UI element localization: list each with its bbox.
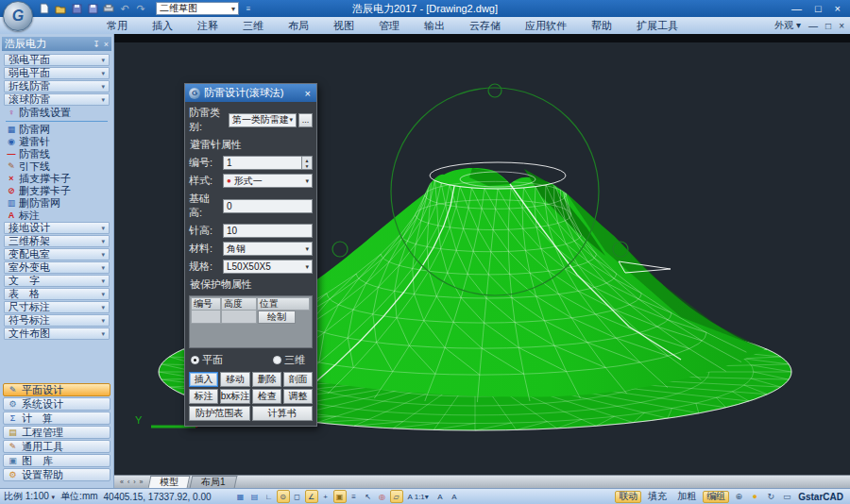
more-options-button[interactable]: ...: [298, 113, 313, 127]
category-select[interactable]: 第一类防雷建▾: [229, 113, 297, 127]
menu-apps[interactable]: 应用软件: [513, 17, 579, 34]
workspace-select[interactable]: 二维草图 ▾: [156, 2, 239, 15]
app-logo[interactable]: G: [3, 1, 33, 31]
polar-toggle[interactable]: ⊙: [277, 490, 290, 503]
group-toggle[interactable]: 编组: [703, 491, 729, 503]
menu-help[interactable]: 帮助: [579, 17, 624, 34]
delete-button[interactable]: 删除: [252, 372, 281, 387]
tool-delete-clamp[interactable]: ⊘删支撑卡子: [4, 185, 110, 197]
new-file-icon[interactable]: [38, 3, 51, 15]
table-cell[interactable]: [221, 311, 257, 324]
draw-button[interactable]: 绘制: [258, 311, 296, 324]
last-tab-icon[interactable]: »: [140, 479, 144, 485]
sidebar-group-polyline-lightning[interactable]: 折线防雷▾: [4, 80, 110, 92]
fill-toggle[interactable]: 填充: [644, 491, 671, 503]
nav-project-manage[interactable]: ▤工程管理: [3, 426, 110, 439]
grid-toggle[interactable]: ▤: [248, 490, 262, 503]
lineweight-toggle[interactable]: ≡: [348, 490, 361, 503]
paper-model-toggle[interactable]: ▱: [390, 490, 403, 503]
dialog-titlebar[interactable]: G 防雷设计(滚球法) ×: [185, 84, 316, 102]
prev-tab-icon[interactable]: ‹: [128, 479, 129, 485]
tool-insert-clamp[interactable]: ×插支撑卡子: [4, 173, 110, 185]
nav-settings-help[interactable]: ⚙设置帮助: [3, 468, 110, 481]
sidebar-group-strong-power[interactable]: 强电平面▾: [4, 54, 110, 66]
save-all-icon[interactable]: [86, 3, 99, 15]
needle-height-input[interactable]: 10: [223, 224, 313, 238]
protection-range-table-button[interactable]: 防护范围表: [189, 406, 250, 421]
drawing-canvas[interactable]: YX G 防雷设计(滚球法) × 防雷类别: 第一类防雷建▾ ... 避雷针属性: [114, 34, 850, 488]
tool-annotate[interactable]: A标注: [4, 210, 110, 222]
redo-icon[interactable]: ↷: [134, 3, 147, 15]
calculation-book-button[interactable]: 计算书: [252, 406, 314, 421]
doc-close-button[interactable]: ×: [839, 21, 844, 31]
next-tab-icon[interactable]: ›: [133, 479, 135, 485]
first-tab-icon[interactable]: «: [120, 479, 124, 485]
sidebar-group-symbol-annotation[interactable]: 符号标注▾: [4, 314, 110, 327]
qat-menu-icon[interactable]: ≡: [242, 3, 255, 15]
maximize-button[interactable]: □: [815, 3, 822, 14]
tool-down-lead[interactable]: ✎引下线: [4, 160, 110, 173]
sidebar-group-file-layout[interactable]: 文件布图▾: [4, 328, 110, 340]
undo-icon[interactable]: ↶: [118, 3, 131, 15]
spinner-down-icon[interactable]: ▼: [305, 163, 310, 169]
otrack-toggle[interactable]: ∠: [305, 490, 318, 503]
sidebar-group-outdoor-substation[interactable]: 室外变电▾: [4, 261, 110, 274]
material-select[interactable]: 角钢▾: [223, 242, 313, 256]
annotate-button[interactable]: 标注: [189, 389, 218, 404]
plot-icon[interactable]: [102, 3, 115, 15]
nav-library[interactable]: ▣图 库: [3, 454, 110, 467]
doc-restore-button[interactable]: □: [825, 21, 831, 31]
tab-model[interactable]: 模型: [147, 476, 190, 488]
magnifier-toggle[interactable]: ◎: [376, 490, 389, 503]
sidebar-group-dim-annotation[interactable]: 尺寸标注▾: [4, 301, 110, 313]
bold-toggle[interactable]: 加粗: [673, 491, 700, 503]
sync-icon[interactable]: ↻: [764, 491, 777, 503]
menu-express[interactable]: 扩展工具: [624, 17, 690, 34]
tool-lightning-net[interactable]: ▦防雷网: [4, 124, 110, 136]
spec-select[interactable]: L50X50X5▾: [223, 260, 313, 274]
sidebar-group-grounding[interactable]: 接地设计▾: [4, 222, 110, 234]
selection-cursor-toggle[interactable]: ↖: [362, 490, 375, 503]
base-height-input[interactable]: 0: [223, 199, 313, 213]
table-cell[interactable]: [191, 311, 221, 324]
scale-dropdown[interactable]: 比例 1:100 ▾: [4, 490, 55, 503]
menu-home[interactable]: 常用: [94, 17, 140, 34]
sidebar-group-3d-tray[interactable]: 三维桥架▾: [4, 235, 110, 247]
close-button[interactable]: ×: [835, 3, 841, 14]
appearance-dropdown[interactable]: 外观 ▾: [774, 19, 801, 32]
menu-annotate[interactable]: 注释: [185, 17, 230, 34]
tool-lightning-rod[interactable]: ◉避雷针: [4, 136, 110, 148]
annotation-auto-toggle[interactable]: A: [448, 490, 461, 503]
check-button[interactable]: 检查: [252, 389, 281, 404]
move-button[interactable]: 移动: [220, 372, 251, 387]
tool-lightning-line-settings[interactable]: ♀防雷线设置: [4, 107, 110, 119]
3d-radio[interactable]: [273, 356, 281, 364]
number-input[interactable]: 1: [223, 156, 302, 170]
screen-icon[interactable]: ▭: [780, 491, 793, 503]
annotation-visibility-toggle[interactable]: A: [434, 490, 447, 503]
dialog-close-icon[interactable]: ×: [303, 88, 313, 99]
palette-close-icon[interactable]: ×: [104, 40, 109, 49]
adjust-button[interactable]: 调整: [283, 389, 313, 404]
menu-cloud[interactable]: 云存储: [457, 17, 513, 34]
number-spinner[interactable]: ▲▼: [302, 156, 313, 170]
minimize-button[interactable]: —: [791, 3, 802, 14]
sidebar-group-text[interactable]: 文 字▾: [4, 275, 110, 287]
pin-icon[interactable]: ↧: [93, 40, 100, 49]
open-folder-icon[interactable]: [54, 3, 67, 15]
sidebar-group-rolling-ball[interactable]: 滚球防雷▾: [4, 93, 110, 106]
menu-output[interactable]: 输出: [412, 17, 457, 34]
ducs-toggle[interactable]: +: [319, 490, 332, 503]
doc-minimize-button[interactable]: —: [808, 21, 818, 31]
connect-icon[interactable]: ⊕: [732, 491, 745, 503]
menu-insert[interactable]: 插入: [140, 17, 185, 34]
plan-radio[interactable]: [191, 356, 199, 364]
annotation-scale-dropdown[interactable]: A 1:1 ▾: [404, 490, 433, 503]
nav-system-design[interactable]: ⚙系统设计: [3, 397, 110, 411]
nav-plan-design[interactable]: ✎平面设计: [3, 383, 110, 396]
bx-annotate-button[interactable]: bx标注: [220, 389, 251, 404]
tool-lightning-line[interactable]: —防雷线: [4, 148, 110, 160]
menu-3d[interactable]: 三维: [230, 17, 276, 34]
bulb-icon[interactable]: ●: [748, 491, 761, 503]
osnap-toggle[interactable]: ◻: [291, 490, 304, 503]
